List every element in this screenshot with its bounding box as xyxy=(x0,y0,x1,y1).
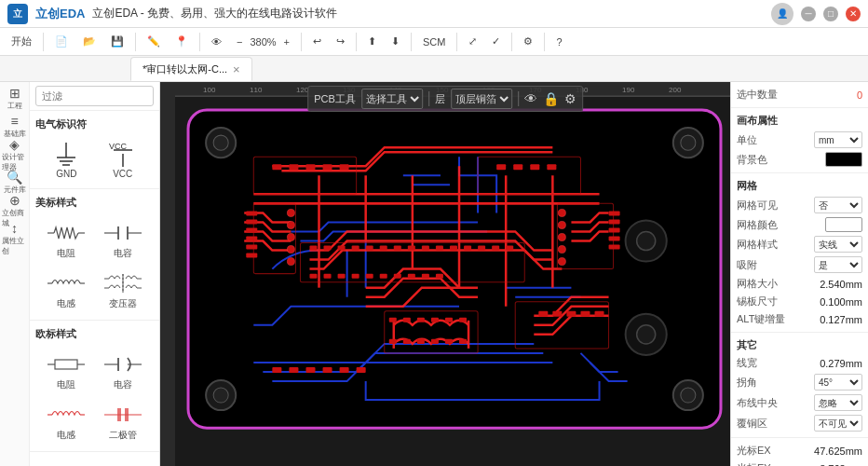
sidebar-item-design-manager[interactable]: ◈ 设计管理器 xyxy=(2,142,28,168)
eye-icon[interactable]: 👁 xyxy=(524,91,537,106)
symbol-resistor-eu[interactable]: 电阻 xyxy=(39,347,94,395)
grid-style-select[interactable]: 实线 点线 xyxy=(814,236,862,253)
begin-button[interactable]: 开始 xyxy=(6,31,37,53)
symbol-transformer[interactable]: 变压器 xyxy=(96,266,151,314)
svg-rect-114 xyxy=(289,164,298,170)
pin-button[interactable]: 📍 xyxy=(170,31,194,53)
sidebar-item-project[interactable]: ⊞ 工程 xyxy=(2,86,28,112)
bg-color-label: 背景色 xyxy=(737,153,767,167)
selection-count-label: 选中数量 xyxy=(737,88,778,102)
search-input[interactable] xyxy=(35,86,154,106)
help-button[interactable]: ? xyxy=(550,31,567,53)
lock-icon[interactable]: 🔒 xyxy=(543,91,559,106)
tab-schematic[interactable]: *审口转以太网-C... × xyxy=(130,57,252,81)
pencil-button[interactable]: ✏️ xyxy=(142,31,166,53)
tab-label: *审口转以太网-C... xyxy=(142,62,227,76)
symbol-inductor[interactable]: 电感 xyxy=(39,266,94,314)
alt-label: ALT键增量 xyxy=(737,312,785,326)
svg-point-58 xyxy=(637,231,656,250)
toolbar-separator-4 xyxy=(301,33,302,51)
open-button[interactable]: 📂 xyxy=(77,31,102,53)
view-button[interactable]: 👁 xyxy=(206,31,227,53)
snap-select[interactable]: 是 否 xyxy=(814,256,862,273)
svg-rect-95 xyxy=(478,246,485,251)
layer-label: 层 xyxy=(435,92,445,106)
copper-row: 锡板尺寸 0.100mm xyxy=(737,293,862,310)
svg-point-60 xyxy=(637,325,656,344)
toolbar-separator-9 xyxy=(544,33,545,51)
symbol-capacitor2[interactable]: 电容 xyxy=(96,347,151,395)
toolbar-separator-7 xyxy=(456,33,457,51)
canvas-area[interactable]: 100 110 120 130 140 150 160 170 180 190 … xyxy=(160,82,730,466)
svg-rect-111 xyxy=(609,236,620,240)
svg-rect-80 xyxy=(246,236,257,240)
svg-rect-82 xyxy=(246,254,257,258)
unit-select[interactable]: mm mil inch xyxy=(814,131,862,148)
svg-rect-116 xyxy=(323,164,332,170)
export-button[interactable]: ⬇ xyxy=(386,31,405,53)
minimize-button[interactable]: ─ xyxy=(801,7,816,21)
cursor-ey-value: 8.763mm xyxy=(771,463,862,467)
tab-close-icon[interactable]: × xyxy=(233,63,240,75)
close-button[interactable]: ✕ xyxy=(846,7,861,21)
canvas-settings-icon[interactable]: ⚙ xyxy=(564,91,576,106)
sidebar-item-properties[interactable]: ↕ 属性立创 xyxy=(2,226,28,252)
tabs-bar: *审口转以太网-C... × xyxy=(0,56,868,82)
svg-rect-85 xyxy=(338,246,346,251)
svg-text:100: 100 xyxy=(203,86,216,94)
svg-rect-100 xyxy=(338,274,346,279)
sidebar-item-basic-lib[interactable]: ≡ 基础库 xyxy=(2,114,28,140)
layer-select[interactable]: 顶层铜箔 底层铜箔 丝印层 xyxy=(451,89,512,109)
new-button[interactable]: 📄 xyxy=(49,31,74,53)
symbol-capacitor[interactable]: 电容 xyxy=(96,215,151,264)
project-label: 工程 xyxy=(7,101,22,111)
settings-button[interactable]: ⚙ xyxy=(518,31,538,53)
zoom-out-button[interactable]: − xyxy=(231,31,248,53)
svg-rect-122 xyxy=(340,367,349,373)
sidebar-item-lcsc[interactable]: ⊕ 立创商城 xyxy=(2,198,28,224)
symbol-vcc[interactable]: VCC VCC xyxy=(96,137,151,183)
titlebar: 立 立创EDA 立创EDA - 免费、易用、强大的在线电路设计软件 👤 ─ □ … xyxy=(0,0,868,28)
copper-area-select[interactable]: 不可见 可见 xyxy=(814,415,862,432)
redo-button[interactable]: ↪ xyxy=(331,31,350,53)
routing-select[interactable]: 忽略 检测 xyxy=(814,394,862,411)
copper-area-row: 覆铜区 不可见 可见 xyxy=(737,413,862,433)
copper-label: 锡板尺寸 xyxy=(737,295,778,308)
toolbar-separator-3 xyxy=(199,33,200,51)
pcb-tool-select[interactable]: 选择工具 布线 放置焊盘 xyxy=(361,89,423,109)
symbol-gnd[interactable]: GND xyxy=(39,137,94,183)
cursor-ex-row: 光标EX 47.625mm xyxy=(737,442,862,459)
grid-style-row: 网格样式 实线 点线 xyxy=(737,234,862,254)
check-button[interactable]: ✓ xyxy=(486,31,506,53)
electrical-symbol-grid: GND VCC VCC xyxy=(35,133,154,186)
symbol-diode[interactable]: 二极管 xyxy=(96,397,151,445)
scm-button[interactable]: SCM xyxy=(417,31,451,53)
route-button[interactable]: ⤢ xyxy=(463,31,482,53)
svg-point-145 xyxy=(287,209,294,216)
svg-point-154 xyxy=(558,258,565,266)
corner-select[interactable]: 45° 90° 弧线 xyxy=(814,374,862,391)
grid-visible-select[interactable]: 否 是 xyxy=(814,197,862,213)
svg-rect-84 xyxy=(324,246,332,251)
symbol-resistor-us[interactable]: 电阻 xyxy=(39,215,94,264)
zoom-value: 380% xyxy=(250,36,276,48)
zoom-in-button[interactable]: + xyxy=(278,31,295,53)
corner-row: 拐角 45° 90° 弧线 xyxy=(737,372,862,392)
eu-symbol-grid: 电阻 电容 电感 xyxy=(35,343,154,449)
svg-rect-123 xyxy=(357,367,366,373)
bg-color-box[interactable] xyxy=(825,152,862,167)
maximize-button[interactable]: □ xyxy=(823,7,838,21)
project-icon: ⊞ xyxy=(9,87,20,100)
sidebar-item-components[interactable]: 🔍 元件库 xyxy=(2,170,28,196)
symbol-inductor2[interactable]: 电感 xyxy=(39,397,94,445)
import-button[interactable]: ⬆ xyxy=(362,31,382,53)
selection-count-value: 0 xyxy=(857,89,862,101)
user-avatar[interactable]: 👤 xyxy=(771,3,793,25)
svg-rect-141 xyxy=(552,311,562,317)
eu-style-title: 欧标样式 xyxy=(35,324,154,343)
svg-rect-144 xyxy=(595,311,604,317)
svg-rect-92 xyxy=(436,246,443,251)
save-button[interactable]: 💾 xyxy=(105,31,129,53)
undo-button[interactable]: ↩ xyxy=(307,31,327,53)
grid-color-box[interactable] xyxy=(825,217,862,232)
